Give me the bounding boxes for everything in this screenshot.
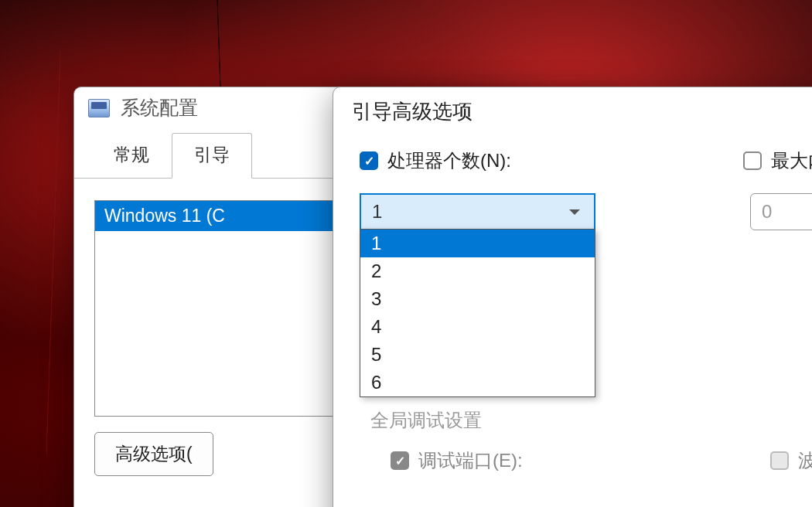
global-debug-label: 全局调试设置 — [370, 408, 812, 433]
dropdown-selected-value: 1 — [372, 201, 382, 223]
max-memory-input[interactable]: 0 — [750, 193, 812, 230]
checkbox-icon — [770, 451, 789, 470]
max-memory-label: 最大内 — [771, 148, 812, 173]
dropdown-option[interactable]: 6 — [360, 369, 595, 396]
dropdown-select[interactable]: 1 — [360, 193, 595, 230]
dropdown-list: 1 2 3 4 5 6 — [360, 229, 595, 397]
tab-general[interactable]: 常规 — [91, 133, 172, 179]
dropdown-option[interactable]: 2 — [360, 257, 595, 285]
checkbox-icon — [391, 451, 409, 470]
debug-port-checkbox[interactable]: 调试端口(E): — [391, 448, 523, 473]
chevron-down-icon — [569, 209, 580, 215]
debug-port-label: 调试端口(E): — [418, 448, 523, 473]
tab-boot[interactable]: 引导 — [172, 133, 252, 179]
processor-count-dropdown[interactable]: 1 1 2 3 4 5 6 — [360, 193, 595, 230]
max-memory-checkbox[interactable]: 最大内 — [743, 148, 812, 173]
dropdown-option[interactable]: 3 — [360, 285, 595, 313]
advanced-options-button[interactable]: 高级选项( — [94, 432, 213, 476]
dropdown-option[interactable]: 1 — [360, 230, 595, 257]
processor-count-checkbox[interactable]: 处理器个数(N): — [360, 148, 511, 173]
boot-advanced-dialog: 引导高级选项 处理器个数(N): 最大内 1 1 2 — [333, 87, 812, 507]
checkbox-icon — [743, 151, 762, 170]
processor-count-label: 处理器个数(N): — [387, 148, 511, 173]
window-title: 系统配置 — [121, 95, 198, 121]
dropdown-option[interactable]: 5 — [360, 341, 595, 369]
dropdown-option[interactable]: 4 — [360, 313, 595, 341]
dialog-content: 处理器个数(N): 最大内 1 1 2 3 4 5 6 — [333, 148, 812, 473]
baud-rate-label: 波特率( — [798, 448, 812, 473]
checkbox-icon — [360, 151, 378, 170]
app-icon — [88, 99, 110, 117]
dialog-title: 引导高级选项 — [333, 87, 812, 148]
baud-rate-checkbox[interactable]: 波特率( — [770, 448, 812, 473]
